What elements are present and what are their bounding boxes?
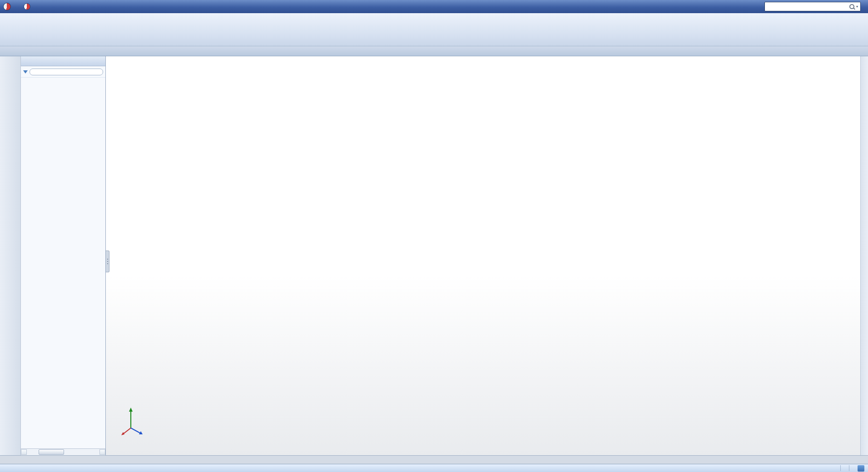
- ribbon: [0, 13, 868, 46]
- titlebar: ▾: [0, 0, 868, 13]
- tree-filter-row: [21, 66, 105, 78]
- panel-splitter-handle[interactable]: [106, 251, 109, 272]
- command-search[interactable]: ▾: [764, 2, 861, 11]
- 3d-model[interactable]: [106, 56, 860, 455]
- scroll-right-icon[interactable]: [99, 449, 105, 455]
- command-tab-row: [0, 46, 868, 56]
- search-icon[interactable]: [849, 4, 854, 9]
- solidworks-logo-icon: [3, 3, 11, 10]
- featuremanager-panel: [21, 56, 106, 455]
- search-input[interactable]: [767, 4, 848, 10]
- scroll-left-icon[interactable]: [21, 449, 27, 455]
- solidworks-window: ▾: [0, 0, 868, 472]
- bottom-tab-bar: [0, 455, 868, 464]
- graphics-viewport[interactable]: [106, 56, 860, 455]
- task-pane-strip: [860, 56, 868, 455]
- left-toolbar-strip: [0, 56, 21, 455]
- orientation-triad: [117, 402, 154, 438]
- scrollbar-track[interactable]: [27, 449, 99, 455]
- status-help-icon[interactable]: [858, 465, 864, 472]
- panel-horizontal-scrollbar[interactable]: [21, 448, 105, 455]
- main-area: [0, 56, 868, 455]
- search-caret-icon[interactable]: ▾: [856, 5, 858, 9]
- panel-header: [21, 56, 105, 66]
- feature-tree: [21, 78, 105, 448]
- statusbar: [0, 464, 868, 472]
- scrollbar-thumb[interactable]: [39, 449, 64, 455]
- tree-filter-input[interactable]: [30, 69, 103, 75]
- solidworks-roundel-icon: [24, 3, 30, 10]
- filter-funnel-icon: [23, 70, 28, 74]
